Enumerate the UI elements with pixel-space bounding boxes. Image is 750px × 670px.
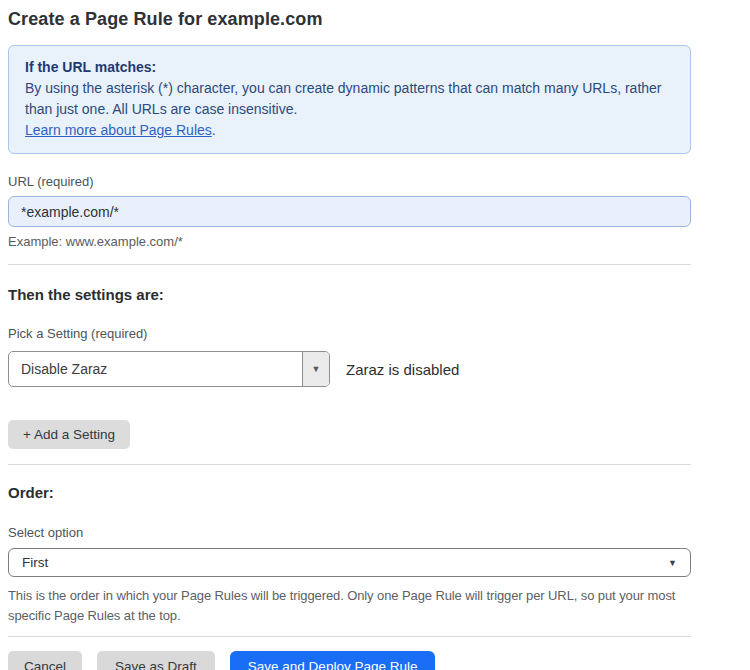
url-example-helper: Example: www.example.com/*	[8, 234, 691, 249]
setting-select[interactable]: Disable Zaraz ▼	[8, 351, 330, 387]
divider	[8, 264, 691, 265]
save-as-draft-button[interactable]: Save as Draft	[97, 651, 215, 670]
info-banner-heading: If the URL matches:	[25, 57, 674, 78]
settings-section-heading: Then the settings are:	[8, 286, 691, 303]
chevron-down-icon: ▼	[668, 558, 677, 568]
setting-row: Disable Zaraz ▼ Zaraz is disabled	[8, 351, 691, 387]
setting-select-arrow-button[interactable]: ▼	[302, 352, 329, 386]
info-banner-link-line: Learn more about Page Rules.	[25, 120, 674, 141]
add-setting-button[interactable]: + Add a Setting	[8, 420, 130, 449]
divider	[8, 464, 691, 465]
save-and-deploy-button[interactable]: Save and Deploy Page Rule	[230, 651, 436, 670]
url-input[interactable]	[8, 196, 691, 227]
form-actions: Cancel Save as Draft Save and Deploy Pag…	[8, 651, 691, 670]
order-select-label: Select option	[8, 525, 691, 540]
chevron-down-icon: ▼	[312, 364, 321, 374]
order-select-value: First	[22, 555, 48, 570]
info-banner-body: By using the asterisk (*) character, you…	[25, 78, 674, 120]
order-help-text: This is the order in which your Page Rul…	[8, 586, 691, 626]
pick-setting-label: Pick a Setting (required)	[8, 326, 691, 341]
link-suffix: .	[212, 122, 216, 138]
setting-status-text: Zaraz is disabled	[346, 361, 459, 378]
order-section-heading: Order:	[8, 484, 691, 501]
divider	[8, 636, 691, 637]
url-field-label: URL (required)	[8, 174, 691, 189]
order-select[interactable]: First ▼	[8, 548, 691, 577]
cancel-button[interactable]: Cancel	[8, 651, 82, 670]
learn-more-link[interactable]: Learn more about Page Rules	[25, 122, 212, 138]
url-match-info-banner: If the URL matches: By using the asteris…	[8, 45, 691, 154]
page-rule-form: Create a Page Rule for example.com If th…	[8, 0, 691, 670]
setting-select-value: Disable Zaraz	[9, 352, 302, 386]
page-title: Create a Page Rule for example.com	[8, 0, 691, 30]
